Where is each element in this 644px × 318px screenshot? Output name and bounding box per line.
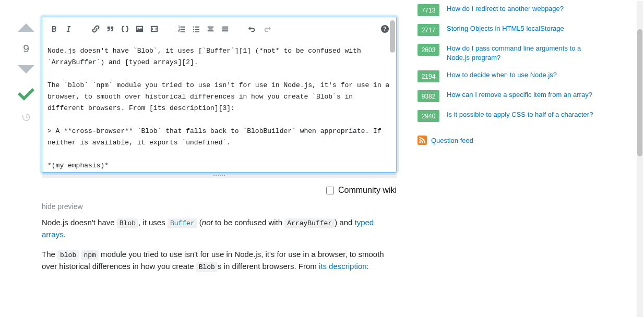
history-icon[interactable] xyxy=(21,112,31,123)
upvote-button[interactable] xyxy=(17,18,35,37)
accepted-check-icon[interactable] xyxy=(17,85,35,104)
italic-button[interactable] xyxy=(61,21,76,36)
code-inline: Blob xyxy=(196,262,218,272)
related-score-badge: 2717 xyxy=(418,24,439,36)
editor-scrollbar-thumb[interactable] xyxy=(390,20,395,53)
code-inline: ArrayBuffer xyxy=(284,218,335,228)
community-wiki-label[interactable]: Community wiki xyxy=(338,186,397,195)
redo-button[interactable] xyxy=(259,21,274,36)
related-link[interactable]: How can I remove a specific item from an… xyxy=(447,90,592,100)
ordered-list-button[interactable] xyxy=(174,21,188,36)
vote-score: 9 xyxy=(23,40,29,57)
editor-textarea[interactable] xyxy=(42,40,396,170)
sidebar: 7713 How do I redirect to another webpag… xyxy=(397,0,595,280)
vote-column: 9 xyxy=(10,0,42,280)
downvote-button[interactable] xyxy=(17,60,35,79)
code-inline: npm xyxy=(81,250,98,260)
related-link[interactable]: How do I redirect to another webpage? xyxy=(447,4,564,14)
related-question: 7713 How do I redirect to another webpag… xyxy=(418,4,595,16)
snippet-button[interactable] xyxy=(147,21,161,36)
undo-button[interactable] xyxy=(245,21,259,36)
heading-button[interactable] xyxy=(203,21,218,36)
rss-icon xyxy=(418,136,427,145)
related-question: 9382 How can I remove a specific item fr… xyxy=(418,90,595,102)
page-scrollbar-track[interactable] xyxy=(637,1,643,317)
page-scrollbar-thumb[interactable] xyxy=(637,29,642,156)
related-question: 2603 How do I pass command line argument… xyxy=(418,44,595,63)
related-link[interactable]: How to decide when to use Node.js? xyxy=(447,70,557,80)
related-score-badge: 9382 xyxy=(418,90,439,102)
editor-container: ? xyxy=(42,17,397,173)
related-score-badge: 2603 xyxy=(418,44,439,56)
related-question: 2940 Is it possible to apply CSS to half… xyxy=(418,110,595,122)
quote-button[interactable] xyxy=(103,21,117,36)
editor-toolbar: ? xyxy=(42,17,396,40)
preview-paragraph: Node.js doesn't have Blob, it uses Buffe… xyxy=(42,217,397,240)
code-inline: Blob xyxy=(117,218,138,228)
code-inline: blob xyxy=(57,250,79,260)
related-link[interactable]: Is it possible to apply CSS to half of a… xyxy=(447,110,593,119)
question-feed-label: Question feed xyxy=(431,137,473,144)
bold-button[interactable] xyxy=(46,21,61,36)
hr-button[interactable] xyxy=(218,21,232,36)
related-score-badge: 2194 xyxy=(418,70,439,82)
svg-text:?: ? xyxy=(383,26,386,32)
editor-resize-grip[interactable] xyxy=(42,173,397,178)
image-button[interactable] xyxy=(132,21,147,36)
hide-preview-link[interactable]: hide preview xyxy=(42,200,397,217)
related-question: 2717 Storing Objects in HTML5 localStora… xyxy=(418,24,595,36)
buffer-link[interactable]: Buffer xyxy=(168,218,197,227)
community-wiki-checkbox[interactable] xyxy=(326,187,334,194)
related-score-badge: 2940 xyxy=(418,110,439,122)
code-button[interactable] xyxy=(117,21,132,36)
preview-area: Node.js doesn't have Blob, it uses Buffe… xyxy=(42,217,397,272)
preview-paragraph: The blob npm module you tried to use isn… xyxy=(42,249,397,272)
related-link[interactable]: How do I pass command line arguments to … xyxy=(447,44,595,63)
unordered-list-button[interactable] xyxy=(188,21,203,36)
its-description-link[interactable]: its description xyxy=(319,262,367,271)
related-question: 2194 How to decide when to use Node.js? xyxy=(418,70,595,82)
question-feed-link[interactable]: Question feed xyxy=(418,136,595,145)
link-button[interactable] xyxy=(88,21,103,36)
related-link[interactable]: Storing Objects in HTML5 localStorage xyxy=(447,24,564,33)
related-score-badge: 7713 xyxy=(418,4,439,16)
